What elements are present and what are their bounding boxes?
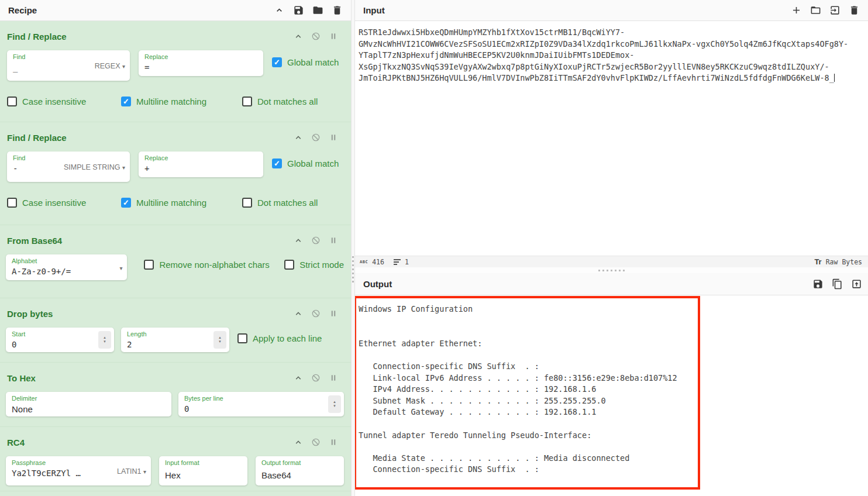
checkbox-icon[interactable] bbox=[284, 260, 294, 270]
operation-drop-bytes[interactable]: Drop bytes Start 0 ▲▼ Length bbox=[0, 298, 351, 363]
operation-rc4[interactable]: RC4 Passphrase Ya2lT9cERZYl … LATIN1 ▾ I bbox=[0, 427, 351, 491]
splitter-handle-dots bbox=[352, 256, 354, 284]
number-spinner[interactable]: ▲▼ bbox=[328, 395, 341, 413]
add-input-tab-icon[interactable] bbox=[791, 5, 802, 16]
checkbox-strict-mode[interactable]: Strict mode bbox=[284, 260, 344, 270]
number-spinner[interactable]: ▲▼ bbox=[98, 331, 111, 349]
collapse-chevron-icon[interactable] bbox=[293, 309, 303, 319]
copy-output-icon[interactable] bbox=[832, 278, 843, 290]
checkbox-icon[interactable] bbox=[272, 159, 282, 168]
clear-recipe-trash-icon[interactable] bbox=[332, 5, 343, 16]
delimiter-field[interactable]: Delimiter None bbox=[6, 392, 171, 416]
collapse-chevron-icon[interactable] bbox=[293, 32, 303, 42]
find-type-dropdown[interactable]: SIMPLE STRING ▾ bbox=[64, 163, 125, 171]
number-spinner[interactable]: ▲▼ bbox=[213, 331, 226, 349]
disable-operation-icon[interactable] bbox=[311, 373, 321, 383]
collapse-chevron-icon[interactable] bbox=[293, 236, 303, 246]
checkbox-remove-non-alphabet[interactable]: Remove non-alphabet chars bbox=[144, 260, 284, 270]
save-output-icon[interactable] bbox=[812, 278, 824, 290]
checkbox-global-match[interactable]: Global match bbox=[272, 57, 339, 67]
length-field[interactable]: Length 2 ▲▼ bbox=[121, 328, 229, 352]
collapse-chevron-icon[interactable] bbox=[274, 5, 285, 16]
disable-operation-icon[interactable] bbox=[311, 309, 321, 319]
checkbox-icon[interactable] bbox=[7, 198, 17, 208]
alphabet-field[interactable]: Alphabet A-Za-z0-9+/= ▾ bbox=[6, 254, 127, 280]
checkbox-icon[interactable] bbox=[272, 57, 282, 67]
bytes-per-line-field[interactable]: Bytes per line 0 ▲▼ bbox=[178, 392, 344, 416]
input-format-field[interactable]: Input format Hex bbox=[159, 456, 247, 485]
operation-find-replace-2[interactable]: Find / Replace Find - SIMPLE STRING ▾ Re bbox=[0, 122, 351, 225]
checkbox-dot-matches-all[interactable]: Dot matches all bbox=[242, 97, 318, 106]
horizontal-splitter[interactable] bbox=[355, 267, 868, 273]
checkbox-icon[interactable] bbox=[7, 97, 17, 106]
passphrase-field[interactable]: Passphrase Ya2lT9cERZYl … LATIN1 ▾ bbox=[6, 456, 151, 485]
input-encoding-selector[interactable]: Tr Raw Bytes bbox=[814, 257, 862, 266]
alphabet-value[interactable]: A-Za-z0-9+/= bbox=[12, 267, 121, 276]
start-field[interactable]: Start 0 ▲▼ bbox=[6, 328, 114, 352]
input-line: YTaplT7zN3pHexufjdNmWuHBECEP5KV2U0knmJDa… bbox=[359, 50, 634, 60]
checkbox-global-match[interactable]: Global match bbox=[272, 159, 339, 168]
save-recipe-icon[interactable] bbox=[293, 5, 304, 16]
operation-to-hex[interactable]: To Hex Delimiter None Bytes per line 0 bbox=[0, 363, 351, 427]
bytes-per-line-value[interactable]: 0 bbox=[184, 404, 338, 414]
maximise-output-icon[interactable] bbox=[851, 278, 862, 290]
output-format-value[interactable]: Base64 bbox=[261, 470, 338, 480]
input-format-value[interactable]: Hex bbox=[165, 470, 242, 480]
breakpoint-pause-icon[interactable] bbox=[328, 236, 338, 246]
input-line: JmToiRJPKtBNJ5HZ6HqVULL96/HmlV7DVInwPbZ8… bbox=[359, 73, 834, 82]
disable-operation-icon[interactable] bbox=[311, 133, 321, 143]
checkbox-icon[interactable] bbox=[242, 97, 252, 106]
start-value[interactable]: 0 bbox=[12, 340, 108, 349]
passphrase-value[interactable]: Ya2lT9cERZYl … bbox=[12, 469, 99, 478]
input-header: Input bbox=[355, 0, 868, 21]
breakpoint-pause-icon[interactable] bbox=[328, 373, 338, 383]
replace-value[interactable]: = bbox=[144, 63, 257, 72]
replace-field[interactable]: Replace = bbox=[139, 50, 263, 76]
find-field[interactable]: Find _ REGEX ▾ bbox=[7, 50, 130, 81]
collapse-chevron-icon[interactable] bbox=[293, 133, 303, 143]
recipe-header-icons bbox=[274, 5, 343, 16]
disable-operation-icon[interactable] bbox=[311, 236, 321, 246]
delimiter-value[interactable]: None bbox=[12, 404, 166, 414]
open-input-icon[interactable] bbox=[829, 5, 841, 16]
operation-title: RC4 bbox=[7, 438, 25, 447]
replace-value[interactable]: + bbox=[144, 164, 257, 173]
checkbox-icon[interactable] bbox=[242, 198, 252, 208]
find-type-dropdown[interactable]: REGEX ▾ bbox=[95, 62, 125, 70]
open-folder-icon[interactable] bbox=[810, 5, 821, 16]
checkbox-icon[interactable] bbox=[121, 97, 131, 106]
operation-from-base64[interactable]: From Base64 Alphabet A-Za-z0-9+/= ▾ bbox=[0, 225, 351, 298]
alphabet-dropdown[interactable]: ▾ bbox=[119, 264, 122, 272]
checkbox-case-insensitive[interactable]: Case insensitive bbox=[7, 97, 121, 106]
disable-operation-icon[interactable] bbox=[311, 32, 321, 42]
checkbox-icon[interactable] bbox=[121, 198, 131, 208]
replace-field[interactable]: Replace + bbox=[139, 151, 263, 177]
vertical-splitter[interactable] bbox=[351, 0, 355, 496]
breakpoint-pause-icon[interactable] bbox=[328, 32, 338, 42]
collapse-chevron-icon[interactable] bbox=[293, 373, 303, 383]
checkbox-icon[interactable] bbox=[144, 260, 154, 270]
operation-title: To Hex bbox=[7, 373, 36, 383]
breakpoint-pause-icon[interactable] bbox=[328, 133, 338, 143]
checkbox-case-insensitive[interactable]: Case insensitive bbox=[7, 198, 121, 208]
disable-operation-icon[interactable] bbox=[311, 438, 321, 447]
passphrase-type-dropdown[interactable]: LATIN1 ▾ bbox=[117, 467, 146, 476]
clear-input-trash-icon[interactable] bbox=[849, 5, 860, 16]
collapse-chevron-icon[interactable] bbox=[293, 438, 303, 447]
checkbox-dot-matches-all[interactable]: Dot matches all bbox=[242, 198, 318, 208]
operation-find-replace-1[interactable]: Find / Replace Find _ REGEX ▾ Replace bbox=[0, 21, 351, 122]
breakpoint-pause-icon[interactable] bbox=[328, 438, 338, 447]
find-field[interactable]: Find - SIMPLE STRING ▾ bbox=[7, 151, 130, 182]
checkbox-multiline-matching[interactable]: Multiline matching bbox=[121, 97, 242, 106]
checkbox-multiline-matching[interactable]: Multiline matching bbox=[121, 198, 242, 208]
length-value[interactable]: 2 bbox=[127, 340, 223, 349]
checkbox-icon[interactable] bbox=[237, 333, 247, 343]
checkbox-apply-each-line[interactable]: Apply to each line bbox=[237, 333, 322, 343]
breakpoint-pause-icon[interactable] bbox=[328, 309, 338, 319]
load-recipe-folder-icon[interactable] bbox=[312, 5, 323, 16]
output-body: Windows IP Configuration Ethernet adapte… bbox=[355, 295, 868, 496]
input-textarea[interactable]: RSTR1eJdwwxi5HbxeQDmHUmpYMZYhb1fXtXov15c… bbox=[355, 21, 868, 256]
output-format-field[interactable]: Output format Base64 bbox=[256, 456, 344, 485]
line-count: 1 bbox=[405, 258, 409, 266]
recipe-panel: Recipe Find / Replace bbox=[0, 0, 351, 496]
